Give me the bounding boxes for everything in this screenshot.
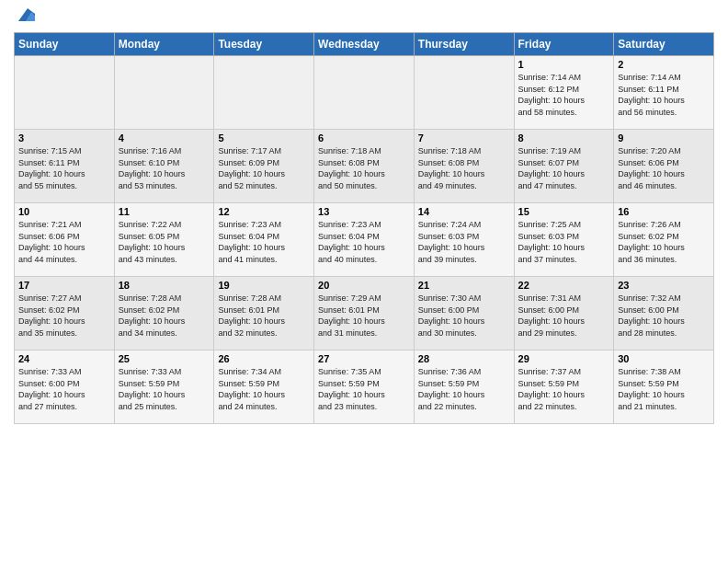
day-number: 26 — [218, 353, 310, 364]
day-number: 1 — [518, 59, 610, 70]
calendar-cell: 1Sunrise: 7:14 AM Sunset: 6:12 PM Daylig… — [514, 56, 614, 130]
calendar-cell: 2Sunrise: 7:14 AM Sunset: 6:11 PM Daylig… — [614, 56, 714, 130]
day-info: Sunrise: 7:14 AM Sunset: 6:11 PM Dayligh… — [618, 72, 710, 118]
day-info: Sunrise: 7:38 AM Sunset: 5:59 PM Dayligh… — [618, 366, 710, 412]
day-info: Sunrise: 7:29 AM Sunset: 6:01 PM Dayligh… — [318, 293, 410, 339]
calendar-body: 1Sunrise: 7:14 AM Sunset: 6:12 PM Daylig… — [15, 56, 714, 424]
day-info: Sunrise: 7:30 AM Sunset: 6:00 PM Dayligh… — [418, 293, 510, 339]
day-info: Sunrise: 7:28 AM Sunset: 6:02 PM Dayligh… — [119, 293, 210, 339]
day-number: 20 — [318, 280, 410, 291]
day-info: Sunrise: 7:17 AM Sunset: 6:09 PM Dayligh… — [218, 145, 310, 191]
day-number: 14 — [418, 206, 510, 217]
calendar-week-row: 1Sunrise: 7:14 AM Sunset: 6:12 PM Daylig… — [15, 56, 714, 130]
day-number: 15 — [518, 206, 610, 217]
day-info: Sunrise: 7:23 AM Sunset: 6:04 PM Dayligh… — [218, 219, 310, 265]
calendar-cell: 10Sunrise: 7:21 AM Sunset: 6:06 PM Dayli… — [15, 203, 115, 277]
calendar-cell: 20Sunrise: 7:29 AM Sunset: 6:01 PM Dayli… — [314, 277, 415, 350]
logo-icon — [15, 5, 35, 25]
calendar-header: SundayMondayTuesdayWednesdayThursdayFrid… — [15, 33, 714, 56]
calendar-cell: 28Sunrise: 7:36 AM Sunset: 5:59 PM Dayli… — [414, 350, 514, 424]
day-info: Sunrise: 7:35 AM Sunset: 5:59 PM Dayligh… — [318, 366, 410, 412]
calendar-cell: 5Sunrise: 7:17 AM Sunset: 6:09 PM Daylig… — [214, 130, 314, 203]
calendar-week-row: 3Sunrise: 7:15 AM Sunset: 6:11 PM Daylig… — [15, 130, 714, 203]
day-number: 12 — [218, 206, 310, 217]
day-info: Sunrise: 7:22 AM Sunset: 6:05 PM Dayligh… — [119, 219, 210, 265]
calendar-cell — [114, 56, 214, 130]
weekday-header: Monday — [114, 33, 214, 56]
day-number: 11 — [119, 206, 210, 217]
day-number: 17 — [18, 280, 110, 291]
calendar-cell: 21Sunrise: 7:30 AM Sunset: 6:00 PM Dayli… — [414, 277, 514, 350]
calendar-week-row: 17Sunrise: 7:27 AM Sunset: 6:02 PM Dayli… — [15, 277, 714, 350]
calendar-cell: 8Sunrise: 7:19 AM Sunset: 6:07 PM Daylig… — [514, 130, 614, 203]
day-info: Sunrise: 7:37 AM Sunset: 5:59 PM Dayligh… — [518, 366, 610, 412]
day-number: 16 — [618, 206, 710, 217]
day-info: Sunrise: 7:31 AM Sunset: 6:00 PM Dayligh… — [518, 293, 610, 339]
calendar-cell: 14Sunrise: 7:24 AM Sunset: 6:03 PM Dayli… — [414, 203, 514, 277]
day-number: 23 — [618, 280, 710, 291]
day-info: Sunrise: 7:36 AM Sunset: 5:59 PM Dayligh… — [418, 366, 510, 412]
calendar-cell: 30Sunrise: 7:38 AM Sunset: 5:59 PM Dayli… — [614, 350, 714, 424]
calendar-week-row: 10Sunrise: 7:21 AM Sunset: 6:06 PM Dayli… — [15, 203, 714, 277]
page-container: SundayMondayTuesdayWednesdayThursdayFrid… — [0, 0, 728, 433]
calendar-cell: 4Sunrise: 7:16 AM Sunset: 6:10 PM Daylig… — [114, 130, 214, 203]
day-info: Sunrise: 7:32 AM Sunset: 6:00 PM Dayligh… — [618, 293, 710, 339]
day-info: Sunrise: 7:23 AM Sunset: 6:04 PM Dayligh… — [318, 219, 410, 265]
day-info: Sunrise: 7:19 AM Sunset: 6:07 PM Dayligh… — [518, 145, 610, 191]
day-number: 24 — [18, 353, 110, 364]
weekday-header: Sunday — [15, 33, 115, 56]
day-info: Sunrise: 7:18 AM Sunset: 6:08 PM Dayligh… — [318, 145, 410, 191]
weekday-header: Thursday — [414, 33, 514, 56]
day-info: Sunrise: 7:21 AM Sunset: 6:06 PM Dayligh… — [18, 219, 110, 265]
day-number: 18 — [119, 280, 210, 291]
calendar-cell: 15Sunrise: 7:25 AM Sunset: 6:03 PM Dayli… — [514, 203, 614, 277]
calendar-cell: 3Sunrise: 7:15 AM Sunset: 6:11 PM Daylig… — [15, 130, 115, 203]
calendar-cell: 11Sunrise: 7:22 AM Sunset: 6:05 PM Dayli… — [114, 203, 214, 277]
day-number: 4 — [119, 132, 210, 144]
calendar-cell: 16Sunrise: 7:26 AM Sunset: 6:02 PM Dayli… — [614, 203, 714, 277]
day-number: 13 — [318, 206, 410, 217]
calendar-cell: 13Sunrise: 7:23 AM Sunset: 6:04 PM Dayli… — [314, 203, 415, 277]
day-number: 22 — [518, 280, 610, 291]
weekday-header: Friday — [514, 33, 614, 56]
day-number: 25 — [119, 353, 210, 364]
day-info: Sunrise: 7:28 AM Sunset: 6:01 PM Dayligh… — [218, 293, 310, 339]
calendar-cell: 19Sunrise: 7:28 AM Sunset: 6:01 PM Dayli… — [214, 277, 314, 350]
day-info: Sunrise: 7:27 AM Sunset: 6:02 PM Dayligh… — [18, 293, 110, 339]
header — [14, 9, 714, 25]
day-info: Sunrise: 7:33 AM Sunset: 6:00 PM Dayligh… — [18, 366, 110, 412]
day-info: Sunrise: 7:33 AM Sunset: 5:59 PM Dayligh… — [119, 366, 210, 412]
day-info: Sunrise: 7:34 AM Sunset: 5:59 PM Dayligh… — [218, 366, 310, 412]
day-number: 27 — [318, 353, 410, 364]
calendar-cell: 7Sunrise: 7:18 AM Sunset: 6:08 PM Daylig… — [414, 130, 514, 203]
day-number: 28 — [418, 353, 510, 364]
calendar-cell: 25Sunrise: 7:33 AM Sunset: 5:59 PM Dayli… — [114, 350, 214, 424]
calendar-week-row: 24Sunrise: 7:33 AM Sunset: 6:00 PM Dayli… — [15, 350, 714, 424]
logo — [14, 9, 35, 25]
calendar-table: SundayMondayTuesdayWednesdayThursdayFrid… — [14, 32, 714, 424]
day-info: Sunrise: 7:25 AM Sunset: 6:03 PM Dayligh… — [518, 219, 610, 265]
day-number: 7 — [418, 132, 510, 144]
weekday-header: Wednesday — [314, 33, 415, 56]
calendar-cell — [414, 56, 514, 130]
calendar-cell — [15, 56, 115, 130]
day-info: Sunrise: 7:24 AM Sunset: 6:03 PM Dayligh… — [418, 219, 510, 265]
calendar-cell: 6Sunrise: 7:18 AM Sunset: 6:08 PM Daylig… — [314, 130, 415, 203]
day-number: 10 — [18, 206, 110, 217]
calendar-cell — [214, 56, 314, 130]
calendar-cell: 24Sunrise: 7:33 AM Sunset: 6:00 PM Dayli… — [15, 350, 115, 424]
day-number: 19 — [218, 280, 310, 291]
weekday-header: Tuesday — [214, 33, 314, 56]
day-number: 3 — [18, 132, 110, 144]
calendar-cell: 26Sunrise: 7:34 AM Sunset: 5:59 PM Dayli… — [214, 350, 314, 424]
calendar-cell: 17Sunrise: 7:27 AM Sunset: 6:02 PM Dayli… — [15, 277, 115, 350]
day-info: Sunrise: 7:16 AM Sunset: 6:10 PM Dayligh… — [119, 145, 210, 191]
day-number: 5 — [218, 132, 310, 144]
calendar-cell: 29Sunrise: 7:37 AM Sunset: 5:59 PM Dayli… — [514, 350, 614, 424]
day-info: Sunrise: 7:20 AM Sunset: 6:06 PM Dayligh… — [618, 145, 710, 191]
day-info: Sunrise: 7:14 AM Sunset: 6:12 PM Dayligh… — [518, 72, 610, 118]
day-number: 8 — [518, 132, 610, 144]
weekday-row: SundayMondayTuesdayWednesdayThursdayFrid… — [15, 33, 714, 56]
day-number: 6 — [318, 132, 410, 144]
day-number: 9 — [618, 132, 710, 144]
